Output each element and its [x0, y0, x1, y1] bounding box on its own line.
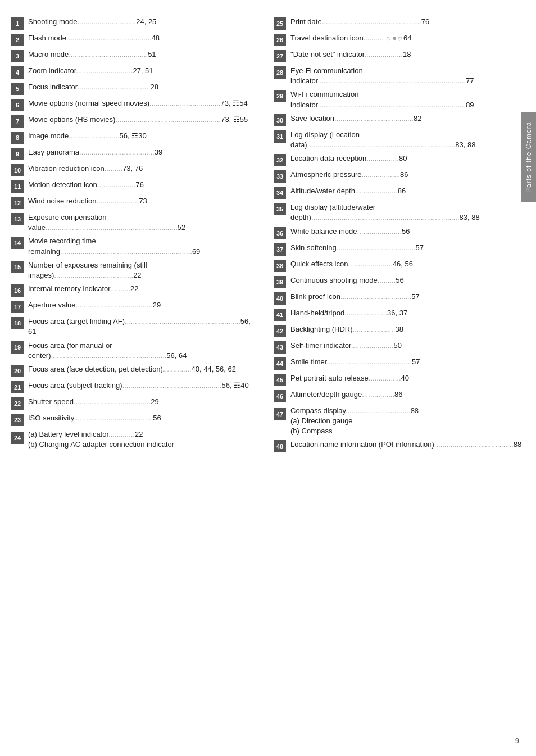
list-item: 14Movie recording time remaining........…	[11, 236, 257, 256]
item-text: Compass display.........................…	[290, 406, 525, 437]
item-page: 73, ☶54	[220, 99, 247, 107]
item-label: Smile timer	[290, 357, 326, 366]
item-page: 39	[155, 148, 162, 156]
list-item: 24(a) Battery level indicator...........…	[11, 429, 257, 450]
item-text: Log display (Location data).............…	[290, 130, 525, 150]
item-number: 28	[274, 66, 286, 79]
item-text: Flash mode..............................…	[28, 33, 257, 43]
item-label: Wind noise reduction	[28, 197, 96, 205]
list-item: 20Focus area (face detection, pet detect…	[11, 364, 257, 377]
item-label: Altitude/water depth	[290, 187, 355, 195]
item-number: 29	[274, 90, 286, 102]
item-number: 22	[11, 397, 24, 410]
item-page: 73	[139, 197, 147, 205]
item-number: 12	[11, 197, 24, 209]
item-page: 69	[192, 247, 200, 256]
item-page: 83, 88	[460, 213, 480, 221]
item-label: Zoom indicator	[28, 66, 76, 75]
item-dots: .....................................	[79, 148, 155, 156]
item-number: 11	[11, 180, 24, 193]
item-dots: ........................................…	[326, 357, 412, 366]
item-text: White balance mode......................…	[290, 227, 525, 237]
list-item: 39Continuous shooting mode.........56	[274, 275, 525, 288]
list-item: 32Location data reception...............…	[274, 153, 525, 166]
list-item: 45Pet portrait auto release.............…	[274, 373, 525, 386]
list-item: 22Shutter speed.........................…	[11, 397, 257, 410]
list-item: 43Self-timer indicator..................…	[274, 341, 525, 354]
item-text: Self-timer indicator....................…	[290, 341, 525, 351]
item-page: 56	[153, 414, 161, 422]
list-item: 25Print date............................…	[274, 17, 525, 30]
item-number: 27	[274, 50, 286, 62]
item-dots: .....................	[344, 309, 387, 317]
item-text: Aperture value..........................…	[28, 300, 257, 310]
item-dots: ........................................…	[46, 223, 178, 232]
item-dots: .............	[108, 430, 135, 438]
item-text: Movie recording time remaining..........…	[28, 236, 257, 256]
item-number: 47	[274, 408, 286, 420]
item-label: White balance mode	[290, 227, 357, 236]
item-dots: ................................	[346, 406, 411, 415]
item-label: Image mode	[28, 132, 69, 140]
item-number: 19	[11, 341, 24, 354]
list-item: 46Altimeter/depth gauge................8…	[274, 390, 525, 402]
item-label: Continuous shooting mode	[290, 276, 378, 284]
item-dots: .......................................	[334, 114, 414, 123]
item-page: 56, 64	[166, 351, 187, 360]
list-item: 40Blink proof icon......................…	[274, 292, 525, 305]
list-item: 44Smile timer...........................…	[274, 357, 525, 370]
item-page: 86	[394, 390, 402, 399]
page-container: 1Shooting mode..........................…	[11, 17, 525, 456]
item-number: 5	[11, 83, 24, 95]
list-item: 41Hand-held/tripod.....................3…	[274, 308, 525, 321]
item-dots: ........................................…	[317, 101, 466, 109]
list-item: 28Eye-Fi communication indicator........…	[274, 66, 525, 86]
item-text: Macro mode..............................…	[28, 49, 257, 60]
item-page: 46, 56	[393, 260, 413, 268]
item-dots: ........................................…	[322, 17, 421, 26]
item-text: Movie options (HS movies)...............…	[28, 115, 257, 125]
item-label: Travel destination icon	[290, 34, 364, 42]
list-item: 23ISO sensitivity.......................…	[11, 413, 257, 426]
item-dots: ........................................…	[60, 247, 192, 256]
item-page: 36, 37	[387, 309, 407, 317]
item-dots: ...................	[97, 180, 136, 189]
item-dots: ......................................	[76, 301, 153, 309]
item-text: Focus indicator.........................…	[28, 82, 257, 92]
item-label: Focus area (face detection, pet detectio…	[28, 365, 163, 373]
item-subline: (a) Direction gauge	[290, 416, 525, 426]
item-page: 48	[152, 34, 160, 42]
item-number: 7	[11, 115, 24, 128]
list-item: 29Wi-Fi communication indicator.........…	[274, 89, 525, 110]
item-label: Skin softening	[290, 243, 337, 252]
item-text: Shooting mode...........................…	[28, 17, 257, 27]
item-subline: Compass display.........................…	[290, 406, 525, 416]
sidebar-tab-label: Parts of the Camera	[525, 122, 533, 193]
item-dots: .........	[378, 276, 396, 284]
item-page: 56, ☶30	[120, 132, 147, 140]
list-item: 3Macro mode.............................…	[11, 49, 257, 62]
item-page: 22	[130, 284, 138, 293]
item-number: 36	[274, 227, 286, 239]
item-text: Wi-Fi communication indicator...........…	[290, 89, 525, 110]
item-label: Save location	[290, 114, 334, 123]
item-text: Location data reception................8…	[290, 153, 525, 164]
item-label: Vibration reduction icon	[28, 164, 105, 173]
item-dots: ...................................	[340, 292, 411, 301]
list-item: 33Atmospheric pressure..................…	[274, 170, 525, 183]
item-page: 76	[135, 180, 143, 189]
item-page: 57	[412, 357, 420, 366]
list-item: 12Wind noise reduction..................…	[11, 196, 257, 209]
item-page: 64	[403, 34, 411, 42]
item-number: 2	[11, 34, 24, 46]
item-page: 83, 88	[455, 141, 475, 149]
item-label: Atmospheric pressure	[290, 170, 361, 179]
item-label: Easy panorama	[28, 148, 79, 156]
item-label: Quick effects icon	[290, 260, 348, 268]
item-number: 37	[274, 243, 286, 256]
item-page: 89	[466, 101, 474, 109]
item-dots: .......................................	[337, 243, 416, 252]
list-item: 37Skin softening........................…	[274, 243, 525, 256]
list-item: 6Movie options (normal speed movies)....…	[11, 98, 257, 111]
item-dots: ........................................…	[66, 34, 152, 42]
